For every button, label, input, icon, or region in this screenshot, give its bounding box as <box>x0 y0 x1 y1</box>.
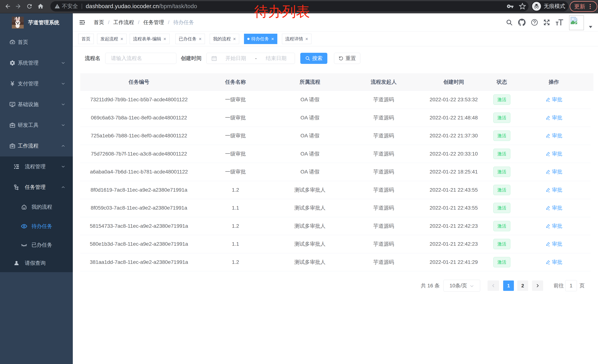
sidebar-item-基础设施[interactable]: 基础设施 <box>0 94 73 115</box>
approve-link[interactable]: 审批 <box>545 132 562 139</box>
approve-link[interactable]: 审批 <box>545 186 562 194</box>
home-icon[interactable] <box>36 0 45 13</box>
jump-page-input[interactable]: 1 <box>565 280 577 291</box>
reset-button-label: 重置 <box>346 55 356 62</box>
sidebar: 芋道管理系统 首页系统管理支付管理基础设施研发工具工作流程流程管理任务管理我的流… <box>0 13 73 364</box>
cell-create-time: 2022-01-22 21:37:30 <box>421 127 487 145</box>
tag-发起流程[interactable]: 发起流程× <box>97 34 126 44</box>
next-page-button[interactable] <box>532 281 543 291</box>
cell-status: 激活 <box>487 91 517 109</box>
table-row: 069c6a63-7b8a-11ec-8ef0-acde48001122一级审批… <box>80 109 590 127</box>
close-icon[interactable]: × <box>305 36 308 41</box>
chevron-down-icon <box>61 61 65 65</box>
sidebar-item-首页[interactable]: 首页 <box>0 32 73 53</box>
sidebar-item-支付管理[interactable]: 支付管理 <box>0 73 73 94</box>
close-icon[interactable]: × <box>199 36 201 41</box>
cell-task-id: 381aa1dd-7ac8-11ec-a9e2-a2380e71991a <box>80 253 198 271</box>
prev-page-button[interactable] <box>488 281 499 291</box>
hamburger-icon[interactable] <box>79 19 85 25</box>
close-icon[interactable]: × <box>233 36 236 41</box>
page-button-2[interactable]: 2 <box>517 281 528 291</box>
update-label[interactable]: 更新 <box>574 3 585 10</box>
sidebar-item-工作流程[interactable]: 工作流程 <box>0 136 73 156</box>
tag-label: 流程表单-编辑 <box>133 36 161 42</box>
reload-icon[interactable] <box>25 0 33 13</box>
date-range-picker[interactable]: 开始日期 - 结束日期 <box>206 53 295 64</box>
breadcrumb: 首页/工作流程/任务管理/待办任务 <box>94 13 194 32</box>
start-date-placeholder[interactable]: 开始日期 <box>217 55 254 62</box>
search-icon[interactable] <box>506 13 513 32</box>
key-icon[interactable] <box>506 0 514 13</box>
breadcrumb-item[interactable]: 首页 <box>94 19 104 26</box>
close-icon[interactable]: × <box>163 36 166 41</box>
page-size-select[interactable]: 10条/页 <box>443 280 480 291</box>
tag-待办任务[interactable]: 待办任务× <box>244 34 277 44</box>
tag-首页[interactable]: 首页 <box>78 34 94 44</box>
cell-task-id: 069c6a63-7b8a-11ec-8ef0-acde48001122 <box>80 109 198 127</box>
sidebar-item-任务管理[interactable]: 任务管理 <box>0 177 73 197</box>
sidebar-item-流程管理[interactable]: 流程管理 <box>0 156 73 177</box>
edit-icon <box>545 97 551 102</box>
approve-link[interactable]: 审批 <box>545 259 562 266</box>
avatar[interactable] <box>569 15 584 30</box>
status-badge: 激活 <box>493 149 510 159</box>
approve-link[interactable]: 审批 <box>545 223 562 230</box>
cell-task-name: 1.2 <box>198 253 273 271</box>
briefcase-icon <box>9 143 16 149</box>
page-button-1[interactable]: 1 <box>503 281 514 291</box>
search-button[interactable]: 搜索 <box>300 53 327 64</box>
sidebar-item-研发工具[interactable]: 研发工具 <box>0 115 73 136</box>
close-icon[interactable]: × <box>120 36 123 41</box>
breadcrumb-item[interactable]: 任务管理 <box>143 19 164 26</box>
cell-action: 审批 <box>517 163 590 181</box>
cell-create-time: 2022-01-22 20:33:10 <box>421 145 487 163</box>
column-header-流程发起人: 流程发起人 <box>347 73 421 90</box>
breadcrumb-item[interactable]: 工作流程 <box>113 19 134 26</box>
edit-icon <box>545 133 551 138</box>
approve-link-label: 审批 <box>552 132 562 139</box>
sidebar-item-请假查询[interactable]: 请假查询 <box>0 254 73 272</box>
cell-starter: 芋道源码 <box>347 217 421 235</box>
update-button[interactable]: 更新 <box>570 1 597 12</box>
tag-流程详情[interactable]: 流程详情× <box>282 34 311 44</box>
list-tree-icon <box>13 163 20 170</box>
question-icon[interactable] <box>531 13 539 32</box>
reset-button[interactable]: 重置 <box>334 53 360 64</box>
approve-link[interactable]: 审批 <box>545 168 562 175</box>
url-host[interactable]: dashboard.yudao.iocoder.cn <box>86 3 159 10</box>
sidebar-item-已办任务[interactable]: 已办任务 <box>0 236 73 254</box>
sidebar-item-我的流程[interactable]: 我的流程 <box>0 197 73 217</box>
approve-link[interactable]: 审批 <box>545 204 562 211</box>
approve-link[interactable]: 审批 <box>545 241 562 248</box>
forward-icon[interactable] <box>14 0 22 13</box>
cell-process: OA 请假 <box>273 109 347 127</box>
monitor-icon <box>9 101 16 108</box>
star-icon[interactable] <box>518 0 526 13</box>
approve-link[interactable]: 审批 <box>545 96 562 103</box>
tag-我的流程[interactable]: 我的流程× <box>210 34 239 44</box>
main-content: 流程名 请输入流程名 创建时间 开始日期 - 结束日期 搜索 重置 任务编号任务… <box>73 46 598 364</box>
tag-已办任务[interactable]: 已办任务× <box>175 34 205 44</box>
sidebar-item-待办任务[interactable]: 待办任务 <box>0 217 73 236</box>
cell-process: 测试多审批人 <box>273 217 347 235</box>
fullscreen-icon[interactable] <box>543 13 551 32</box>
sidebar-item-系统管理[interactable]: 系统管理 <box>0 53 73 73</box>
column-header-操作: 操作 <box>517 73 590 90</box>
end-date-placeholder[interactable]: 结束日期 <box>257 55 295 62</box>
back-icon[interactable] <box>4 0 12 13</box>
column-header-创建时间: 创建时间 <box>421 73 487 90</box>
security-label[interactable]: 不安全 <box>62 3 78 10</box>
more-vertical-icon[interactable] <box>590 4 591 9</box>
tag-流程表单-编辑[interactable]: 流程表单-编辑× <box>130 34 169 44</box>
table-row: 73211d9d-7b9b-11ec-b5b7-acde48001122一级审批… <box>80 91 590 109</box>
font-size-icon[interactable] <box>555 13 564 32</box>
process-name-placeholder: 请输入流程名 <box>111 55 142 62</box>
close-icon[interactable]: × <box>271 36 274 41</box>
github-icon[interactable] <box>518 13 526 32</box>
caret-down-icon[interactable] <box>589 26 592 28</box>
process-name-input[interactable]: 请输入流程名 <box>105 53 176 64</box>
approve-link-label: 审批 <box>552 114 562 121</box>
warning-icon <box>54 4 60 9</box>
approve-link[interactable]: 审批 <box>545 150 562 157</box>
approve-link[interactable]: 审批 <box>545 114 562 121</box>
